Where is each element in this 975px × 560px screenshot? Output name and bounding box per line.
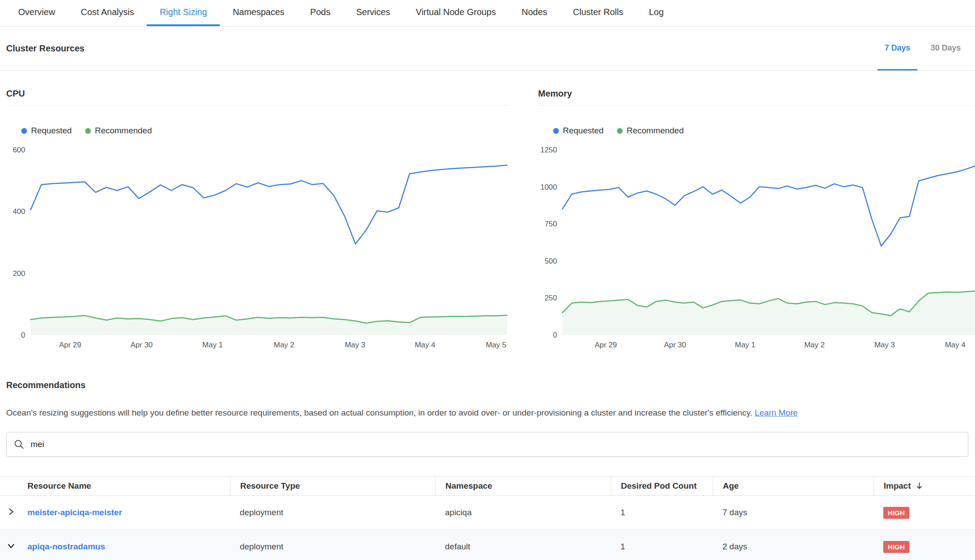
column-resource-type: Resource Type [230, 477, 435, 495]
tab-pods[interactable]: Pods [297, 0, 343, 26]
svg-text:May 2: May 2 [804, 341, 825, 349]
svg-text:May 2: May 2 [274, 341, 294, 349]
resource-type-cell: deployment [230, 542, 435, 552]
impact-high-badge: HIGH [883, 507, 909, 519]
svg-text:250: 250 [545, 294, 557, 302]
svg-text:Apr 29: Apr 29 [59, 341, 81, 349]
tab-virtual-node-groups[interactable]: Virtual Node Groups [403, 0, 509, 26]
tab-cost-analysis[interactable]: Cost Analysis [68, 0, 147, 26]
tab-namespaces[interactable]: Namespaces [220, 0, 297, 26]
svg-text:750: 750 [545, 220, 557, 228]
legend-item-recommended: Recommended [85, 126, 152, 136]
range-30-days[interactable]: 30 Days [924, 27, 968, 70]
column-age: Age [713, 477, 874, 495]
column-desired-pod-count: Desired Pod Count [611, 477, 713, 495]
legend-item-requested: Requested [553, 126, 604, 136]
legend-label: Recommended [627, 126, 684, 136]
impact-cell: HIGH [874, 541, 975, 553]
memory-line-chart: 025050075010001250Apr 29Apr 30May 1May 2… [538, 145, 975, 354]
chevron-down-icon [7, 542, 15, 552]
table-row[interactable]: apiqa-nostradamus deployment default 1 2… [0, 530, 975, 560]
svg-text:500: 500 [545, 257, 557, 265]
requested-dot-icon [553, 128, 559, 134]
column-namespace: Namespace [435, 477, 611, 495]
table-row[interactable]: meister-apiciqa-meister deployment apici… [0, 496, 975, 530]
svg-text:Apr 29: Apr 29 [595, 341, 617, 349]
legend-label: Recommended [95, 126, 152, 136]
svg-text:400: 400 [13, 207, 25, 216]
resource-name-cell: apiqa-nostradamus [22, 542, 230, 552]
column-resource-name: Resource Name [22, 477, 230, 495]
svg-text:200: 200 [13, 269, 25, 278]
description-text: Ocean's resizing suggestions will help y… [6, 408, 753, 417]
search-icon [14, 439, 24, 450]
cpu-chart-legend: Requested Recommended [21, 126, 510, 136]
svg-text:Apr 30: Apr 30 [130, 341, 152, 349]
svg-text:May 5: May 5 [486, 341, 506, 349]
cluster-resources-bar: Cluster Resources 7 Days 30 Days [0, 27, 975, 71]
svg-text:1000: 1000 [540, 183, 557, 191]
tab-log[interactable]: Log [636, 0, 676, 26]
svg-text:600: 600 [13, 146, 25, 154]
svg-text:May 1: May 1 [735, 341, 755, 349]
svg-text:1250: 1250 [540, 146, 557, 154]
age-cell: 7 days [713, 508, 874, 517]
learn-more-link[interactable]: Learn More [755, 408, 798, 417]
svg-text:May 4: May 4 [945, 341, 965, 349]
top-tab-bar: Overview Cost Analysis Right Sizing Name… [0, 0, 975, 27]
resource-name-link[interactable]: meister-apiciqa-meister [27, 508, 122, 517]
charts-section: CPU Requested Recommended 0200400600Apr … [0, 89, 975, 354]
recommendations-section: Recommendations Ocean's resizing suggest… [0, 380, 975, 560]
impact-high-badge: HIGH [883, 541, 909, 553]
chevron-right-icon [7, 508, 15, 518]
impact-header-label: Impact [884, 481, 911, 491]
legend-label: Requested [563, 126, 604, 136]
column-impact[interactable]: Impact [874, 477, 975, 495]
svg-text:May 4: May 4 [415, 341, 435, 349]
tab-cluster-rolls[interactable]: Cluster Rolls [560, 0, 636, 26]
memory-chart-panel: Memory Requested Recommended 02505007501… [538, 89, 975, 354]
expander-column-header [0, 477, 22, 495]
desired-pod-count-cell: 1 [611, 508, 713, 517]
tab-services[interactable]: Services [343, 0, 403, 26]
cpu-line-chart: 0200400600Apr 29Apr 30May 1May 2May 3May… [6, 145, 510, 354]
impact-cell: HIGH [874, 507, 975, 519]
cpu-chart-title: CPU [6, 89, 510, 105]
svg-text:May 3: May 3 [345, 341, 365, 349]
resource-name-link[interactable]: apiqa-nostradamus [27, 542, 105, 551]
svg-text:May 1: May 1 [203, 341, 223, 349]
svg-text:0: 0 [553, 331, 557, 339]
resource-type-cell: deployment [230, 508, 435, 517]
search-box [6, 432, 968, 457]
svg-text:Apr 30: Apr 30 [664, 341, 686, 349]
tab-right-sizing[interactable]: Right Sizing [147, 0, 220, 26]
tab-nodes[interactable]: Nodes [509, 0, 560, 26]
time-range-toggle: 7 Days 30 Days [878, 27, 968, 70]
age-cell: 2 days [713, 542, 874, 552]
recommended-dot-icon [617, 128, 623, 134]
requested-dot-icon [21, 128, 27, 134]
recommendations-description: Ocean's resizing suggestions will help y… [6, 408, 968, 418]
range-7-days[interactable]: 7 Days [878, 27, 917, 70]
cluster-resources-title: Cluster Resources [6, 27, 85, 70]
recommendations-title: Recommendations [6, 380, 968, 390]
cpu-chart-panel: CPU Requested Recommended 0200400600Apr … [6, 89, 510, 354]
recommended-dot-icon [85, 128, 91, 134]
legend-label: Requested [31, 126, 72, 136]
recommendations-table: Resource Name Resource Type Namespace De… [0, 476, 975, 560]
namespace-cell: default [435, 542, 611, 552]
memory-chart-legend: Requested Recommended [553, 126, 975, 136]
expand-row-button[interactable] [0, 496, 22, 529]
resource-name-cell: meister-apiciqa-meister [22, 508, 230, 517]
memory-chart-title: Memory [538, 89, 975, 105]
namespace-cell: apiciqa [435, 508, 611, 517]
legend-item-requested: Requested [21, 126, 72, 136]
desired-pod-count-cell: 1 [611, 542, 713, 552]
search-input[interactable] [31, 439, 961, 449]
tab-overview[interactable]: Overview [5, 0, 68, 26]
collapse-row-button[interactable] [0, 530, 22, 560]
sort-descending-icon[interactable] [916, 482, 923, 490]
svg-text:May 3: May 3 [874, 341, 895, 349]
svg-text:0: 0 [21, 331, 25, 339]
legend-item-recommended: Recommended [617, 126, 684, 136]
